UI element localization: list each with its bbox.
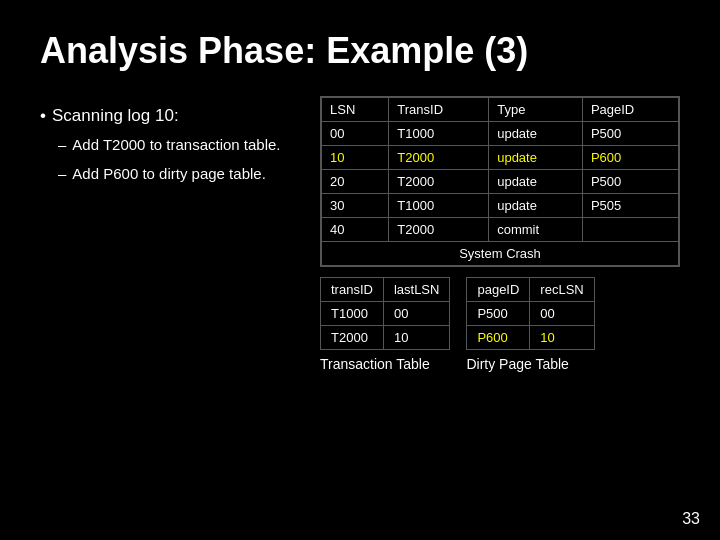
log-cell-pageid: P600: [582, 146, 678, 170]
sub-bullet-2: – Add P600 to dirty page table.: [58, 163, 300, 184]
dpt-col-reclsn: recLSN: [530, 278, 594, 302]
log-table-row: 00T1000updateP500: [322, 122, 679, 146]
sub-bullet-1: – Add T2000 to transaction table.: [58, 134, 300, 155]
log-col-lsn: LSN: [322, 98, 389, 122]
log-col-pageid: PageID: [582, 98, 678, 122]
sub-bullets: – Add T2000 to transaction table. – Add …: [58, 134, 300, 184]
log-table-row: 10T2000updateP600: [322, 146, 679, 170]
dirty-page-table-block: pageID recLSN P50000P60010 Dirty Page Ta…: [466, 277, 594, 372]
log-cell-lsn: 30: [322, 194, 389, 218]
tt-col-lastlsn: lastLSN: [383, 278, 450, 302]
bullet-symbol: •: [40, 106, 46, 126]
log-cell-lsn: 40: [322, 218, 389, 242]
tt-cell-lastlsn: 00: [383, 302, 450, 326]
sub-bullet-1-text: Add T2000 to transaction table.: [72, 134, 280, 155]
dpt-cell-reclsn: 00: [530, 302, 594, 326]
log-cell-transid: T2000: [389, 146, 489, 170]
left-panel: • Scanning log 10: – Add T2000 to transa…: [40, 96, 300, 520]
dash-1: –: [58, 134, 66, 155]
transaction-table: transID lastLSN T100000T200010: [320, 277, 450, 350]
log-table-row: 30T1000updateP505: [322, 194, 679, 218]
log-cell-pageid: [582, 218, 678, 242]
log-cell-type: commit: [489, 218, 583, 242]
log-cell-pageid: P500: [582, 170, 678, 194]
slide-title: Analysis Phase: Example (3): [40, 30, 680, 72]
dirty-page-table-label: Dirty Page Table: [466, 356, 568, 372]
log-cell-transid: T1000: [389, 194, 489, 218]
slide: Analysis Phase: Example (3) • Scanning l…: [0, 0, 720, 540]
bullet-main-text: Scanning log 10:: [52, 106, 179, 126]
log-cell-lsn: 10: [322, 146, 389, 170]
dpt-cell-pageid: P500: [467, 302, 530, 326]
log-col-type: Type: [489, 98, 583, 122]
log-cell-type: update: [489, 170, 583, 194]
dpt-cell-reclsn: 10: [530, 326, 594, 350]
log-cell-pageid: P505: [582, 194, 678, 218]
dirty-page-table: pageID recLSN P50000P60010: [466, 277, 594, 350]
tt-row: T200010: [321, 326, 450, 350]
page-number: 33: [682, 510, 700, 528]
log-table-container: LSN TransID Type PageID 00T1000updateP50…: [320, 96, 680, 267]
log-col-transid: TransID: [389, 98, 489, 122]
bottom-tables: transID lastLSN T100000T200010 Transacti…: [320, 277, 680, 372]
tt-cell-transid: T1000: [321, 302, 384, 326]
transaction-table-block: transID lastLSN T100000T200010 Transacti…: [320, 277, 450, 372]
log-cell-type: update: [489, 122, 583, 146]
tt-row: T100000: [321, 302, 450, 326]
log-cell-type: update: [489, 194, 583, 218]
log-cell-transid: T2000: [389, 170, 489, 194]
dpt-row: P60010: [467, 326, 594, 350]
content-area: • Scanning log 10: – Add T2000 to transa…: [40, 96, 680, 520]
log-cell-pageid: P500: [582, 122, 678, 146]
log-table: LSN TransID Type PageID 00T1000updateP50…: [321, 97, 679, 266]
log-cell-lsn: 00: [322, 122, 389, 146]
sub-bullet-2-text: Add P600 to dirty page table.: [72, 163, 265, 184]
system-crash-cell: System Crash: [322, 242, 679, 266]
bullet-main: • Scanning log 10:: [40, 106, 300, 126]
dash-2: –: [58, 163, 66, 184]
bullet-point: • Scanning log 10: – Add T2000 to transa…: [40, 106, 300, 192]
tt-cell-lastlsn: 10: [383, 326, 450, 350]
log-cell-transid: T1000: [389, 122, 489, 146]
dpt-col-pageid: pageID: [467, 278, 530, 302]
tt-cell-transid: T2000: [321, 326, 384, 350]
log-table-row: 40T2000commit: [322, 218, 679, 242]
log-cell-transid: T2000: [389, 218, 489, 242]
log-cell-type: update: [489, 146, 583, 170]
transaction-table-label: Transaction Table: [320, 356, 430, 372]
dpt-cell-pageid: P600: [467, 326, 530, 350]
right-panel: LSN TransID Type PageID 00T1000updateP50…: [320, 96, 680, 520]
tt-col-transid: transID: [321, 278, 384, 302]
dpt-row: P50000: [467, 302, 594, 326]
log-table-row: 20T2000updateP500: [322, 170, 679, 194]
log-cell-lsn: 20: [322, 170, 389, 194]
